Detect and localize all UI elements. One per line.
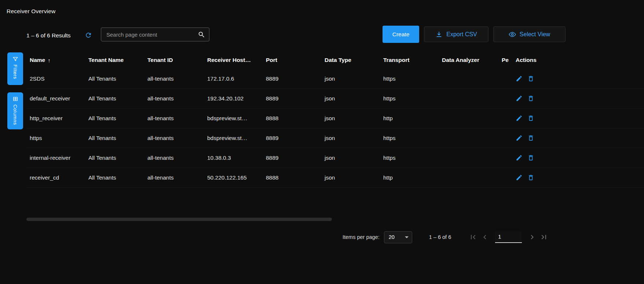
search-box[interactable]	[101, 27, 209, 41]
delete-icon[interactable]	[527, 75, 534, 82]
cell-port: 8888	[263, 115, 321, 122]
export-csv-button[interactable]: Export CSV	[424, 26, 489, 42]
cell-tenant-id: all-tenants	[144, 155, 204, 161]
edit-icon[interactable]	[516, 174, 523, 181]
select-view-label: Select View	[520, 31, 550, 38]
edit-icon[interactable]	[516, 154, 523, 161]
edit-icon[interactable]	[516, 115, 523, 122]
columns-icon	[12, 96, 18, 102]
cell-port: 8889	[263, 75, 321, 82]
cell-receiver-host: 172.17.0.6	[204, 75, 263, 82]
pagination-range: 1 – 6 of 6	[429, 234, 451, 240]
table-row: receiver_cd All Tenants all-tenants 50.2…	[26, 168, 644, 188]
cell-data-type: json	[321, 135, 380, 141]
sort-ascending-icon[interactable]: ↑	[48, 57, 51, 63]
cell-receiver-host: 50.220.122.165	[204, 174, 263, 181]
cell-transport: http	[380, 115, 439, 122]
cell-tenant-name: All Tenants	[85, 174, 144, 181]
columns-tab[interactable]: Columns	[7, 92, 23, 129]
cell-tenant-id: all-tenants	[144, 174, 204, 181]
items-per-page-select[interactable]: 20	[384, 231, 412, 243]
edit-icon[interactable]	[516, 134, 523, 141]
column-header-data-type[interactable]: Data Type	[321, 57, 380, 63]
chevron-down-icon	[405, 236, 409, 238]
cell-transport: https	[380, 95, 439, 102]
first-page-icon[interactable]	[469, 233, 477, 241]
delete-icon[interactable]	[527, 154, 534, 161]
cell-tenant-name: All Tenants	[85, 75, 144, 82]
column-header-actions: Actions	[513, 51, 644, 69]
page-title: Receiver Overview	[7, 8, 55, 15]
filter-icon	[12, 56, 18, 62]
cell-receiver-host: bdspreview.st…	[204, 115, 263, 122]
column-header-tenant-name[interactable]: Tenant Name	[85, 57, 144, 63]
table-row: default_receiver All Tenants all-tenants…	[26, 89, 644, 108]
edit-icon[interactable]	[516, 95, 523, 102]
column-header-name[interactable]: Name ↑	[26, 57, 85, 63]
cell-transport: https	[380, 75, 439, 82]
cell-name: http_receiver	[26, 115, 85, 122]
cell-data-type: json	[321, 155, 380, 161]
cell-tenant-name: All Tenants	[85, 135, 144, 141]
column-header-data-analyzer[interactable]: Data Analyzer	[439, 57, 498, 63]
pagination-bar: Items per page: 20 1 – 6 of 6	[343, 230, 548, 244]
filters-tab-label: Filters	[12, 64, 18, 79]
cell-transport: http	[380, 174, 439, 181]
cell-tenant-name: All Tenants	[85, 115, 144, 122]
create-button[interactable]: Create	[383, 26, 419, 43]
cell-data-type: json	[321, 95, 380, 102]
cell-tenant-id: all-tenants	[144, 95, 204, 102]
cell-receiver-host: bdspreview.st…	[204, 135, 263, 141]
delete-icon[interactable]	[527, 115, 534, 122]
download-icon	[435, 31, 443, 38]
cell-transport: https	[380, 135, 439, 141]
cell-name: 2SDS	[26, 75, 85, 82]
results-count: 1 – 6 of 6 Results	[26, 32, 71, 39]
table-row: http_receiver All Tenants all-tenants bd…	[26, 108, 644, 128]
cell-tenant-name: All Tenants	[85, 155, 144, 161]
table-row: internal-receiver All Tenants all-tenant…	[26, 148, 644, 168]
last-page-icon[interactable]	[539, 233, 548, 241]
refresh-icon[interactable]	[85, 32, 92, 39]
next-page-icon[interactable]	[528, 233, 537, 241]
receivers-table: Name ↑ Tenant Name Tenant ID Receiver Ho…	[26, 51, 644, 188]
row-actions	[513, 89, 644, 108]
row-actions	[513, 148, 644, 167]
filters-tab[interactable]: Filters	[7, 52, 23, 85]
items-per-page-value: 20	[389, 234, 405, 240]
horizontal-scrollbar[interactable]	[26, 218, 332, 221]
cell-data-type: json	[321, 115, 380, 122]
export-csv-label: Export CSV	[446, 31, 477, 38]
table-row: 2SDS All Tenants all-tenants 172.17.0.6 …	[26, 69, 644, 89]
column-header-tenant-id[interactable]: Tenant ID	[144, 57, 204, 63]
select-view-button[interactable]: Select View	[493, 26, 566, 42]
column-header-port[interactable]: Port	[263, 57, 321, 63]
table-header: Name ↑ Tenant Name Tenant ID Receiver Ho…	[26, 51, 644, 69]
cell-port: 8889	[263, 95, 321, 102]
cell-port: 8888	[263, 174, 321, 181]
search-icon[interactable]	[198, 31, 205, 38]
delete-icon[interactable]	[527, 174, 534, 181]
edit-icon[interactable]	[516, 75, 523, 82]
delete-icon[interactable]	[527, 95, 534, 102]
row-actions	[513, 69, 644, 88]
cell-data-type: json	[321, 174, 380, 181]
column-header-transport[interactable]: Transport	[380, 57, 439, 63]
search-input[interactable]	[106, 32, 198, 38]
cell-data-type: json	[321, 75, 380, 82]
cell-port: 8889	[263, 155, 321, 161]
cell-tenant-id: all-tenants	[144, 135, 204, 141]
cell-receiver-host: 192.34.20.102	[204, 95, 263, 102]
delete-icon[interactable]	[527, 134, 534, 141]
cell-port: 8889	[263, 135, 321, 141]
page-number-input[interactable]	[495, 231, 522, 243]
row-actions	[513, 108, 644, 128]
row-actions	[513, 128, 644, 148]
cell-tenant-name: All Tenants	[85, 95, 144, 102]
cell-tenant-id: all-tenants	[144, 115, 204, 122]
column-header-receiver-host[interactable]: Receiver Host…	[204, 57, 263, 63]
items-per-page-label: Items per page:	[343, 234, 380, 240]
eye-icon	[509, 31, 516, 38]
cell-name: default_receiver	[26, 95, 85, 102]
previous-page-icon[interactable]	[480, 233, 489, 241]
